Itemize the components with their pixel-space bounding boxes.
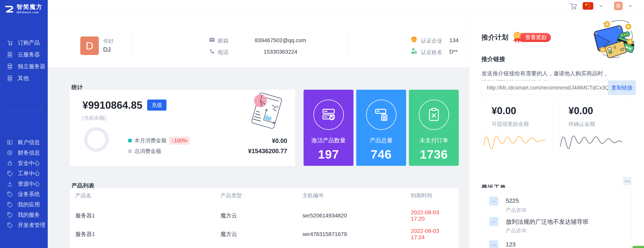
sidebar-item-cloud-servers[interactable]: 云服务器 — [7, 50, 40, 59]
sidebar-item-resource-center[interactable]: 资源中心 — [7, 180, 40, 188]
cart-icon — [7, 40, 13, 46]
delta-badge: ↓100% — [169, 137, 190, 145]
yen-circle-icon — [7, 150, 13, 156]
ticket-category: 产品咨询 — [506, 207, 526, 214]
wallet-illustration — [584, 19, 634, 58]
recent-tickets-card: -- 5225 产品咨询 -- 放到法规的广泛地不发达辅导班 产品咨询 -- 1… — [482, 188, 632, 248]
email-value: 839467502@qq.com — [235, 37, 326, 43]
legend-row-total: 总消费金额 — [128, 147, 161, 156]
view-rewards-badge[interactable]: 查看奖励 — [520, 33, 551, 42]
ticket-id: 放到法规的广泛地不发达辅导班 — [506, 218, 588, 226]
legend-swatch — [128, 139, 132, 142]
month-consumption-value: ¥0.00 — [272, 137, 287, 145]
table-row[interactable]: 服务器1 魔方云 ser476315871679 2022-08-03 17:2… — [75, 228, 450, 241]
clipboard-x-icon — [426, 107, 442, 123]
reward-label: 待确认金额 — [568, 120, 595, 128]
table-row[interactable]: 服务器1 魔方云 ser520614934820 2022-08-03 17:2… — [75, 209, 450, 222]
metric-card-unpaid-orders: 未支付订单 1736 — [409, 90, 459, 166]
ticket-badge: -- — [489, 217, 498, 226]
ticket-category: 产品咨询 — [506, 227, 526, 234]
pending-reward-card: ¥0.00 待确认金额 — [558, 99, 630, 154]
ticket-id: 123 — [506, 241, 516, 248]
col-product-type: 产品类型 — [220, 192, 302, 199]
col-product-name: 产品名 — [75, 192, 220, 199]
legend-label: 本月消费金额 — [134, 137, 166, 144]
referral-link-title: 推介链接 — [482, 55, 505, 63]
metric-card-total-products: 产品总量 746 — [356, 90, 406, 166]
tag-icon — [7, 212, 13, 218]
language-flag-cn[interactable]: ★ ★ ★ ★ ★ — [583, 2, 593, 10]
tag-icon — [7, 170, 13, 177]
col-host-id: 主机编号 — [302, 192, 411, 199]
table-header-row: 产品名 产品类型 主机编号 到期时间 — [75, 192, 450, 199]
sidebar-divider — [6, 111, 42, 111]
recharge-button[interactable]: 充值 — [147, 100, 166, 111]
sidebar-item-my-apps[interactable]: 我的应用 — [7, 200, 40, 209]
ticket-badge: -- — [489, 240, 498, 248]
sidebar-item-developer-admin[interactable]: 开发者管理 — [7, 221, 45, 230]
legend-row-month: 本月消费金额 ↓100% — [128, 136, 190, 145]
referral-link-input[interactable] — [482, 80, 608, 95]
sidebar-item-dedicated-servers[interactable]: 独立服务器 — [7, 62, 45, 71]
chat-widget-button[interactable] — [632, 246, 644, 248]
metric-label: 产品总量 — [356, 137, 406, 145]
sidebar-item-security-center[interactable]: 安全中心 — [7, 159, 40, 168]
topbar: ★ ★ ★ ★ ★ D — [48, 0, 644, 12]
email-label: 邮箱 — [218, 37, 228, 44]
metric-card-active-products: 激活产品数量 197 — [304, 90, 354, 166]
user-avatar-button[interactable]: D — [614, 1, 623, 10]
shopping-cart-button[interactable] — [569, 1, 578, 10]
lock-icon — [7, 160, 13, 166]
cert-company-label: 认证企业 — [421, 37, 442, 44]
withdrawable-reward-card: ¥0.00 可提现奖励金额 — [482, 99, 553, 154]
shield-enterprise-icon — [410, 36, 418, 43]
main-content: D 你好 DJ 邮箱 839467502@qq.com 电话 153303632… — [48, 12, 469, 248]
sidebar: 智简魔方 IDCSmart.com 订购产品 云服务器 独立服务器 其他 账户信… — [0, 0, 48, 248]
statistics-card: ¥9910864.85 充值 (当前余额) 本月消费金额 ↓100% 总消费金额… — [70, 90, 295, 166]
cert-name-value: D** — [449, 49, 458, 55]
expiry-date: 2022-08-03 17:24 — [411, 228, 450, 241]
balance-note: (当前余额) — [82, 115, 106, 121]
referral-title: 推介计划 — [482, 33, 508, 42]
sidebar-item-account-info[interactable]: 账户信息 — [7, 138, 40, 147]
medal-icon — [512, 31, 523, 44]
phone-label: 电话 — [218, 49, 228, 56]
cart-icon — [569, 1, 578, 10]
total-consumption-value: ¥15436200.77 — [248, 148, 287, 155]
avatar: D — [80, 36, 99, 55]
person-check-icon — [410, 47, 418, 55]
metric-icon-ring — [314, 100, 344, 130]
ticket-badge: -- — [489, 197, 498, 206]
report-paper-illustration — [245, 90, 288, 132]
sidebar-item-my-services[interactable]: 我的服务 — [7, 211, 40, 219]
metric-label: 激活产品数量 — [304, 137, 354, 145]
flag-star-icon: ★ — [584, 2, 588, 6]
database-icon — [7, 51, 13, 58]
id-card-icon — [7, 139, 13, 146]
brand-name: 智简魔方 — [16, 4, 42, 10]
brand-logo[interactable]: 智简魔方 IDCSmart.com — [4, 3, 42, 14]
metric-icon-ring — [366, 100, 396, 130]
sidebar-item-order-products[interactable]: 订购产品 — [7, 38, 40, 47]
database-icon — [7, 75, 13, 81]
chevron-down-icon[interactable] — [598, 3, 604, 8]
sidebar-item-other[interactable]: 其他 — [7, 74, 29, 83]
metric-icon-ring — [419, 100, 449, 130]
tickets-more-button[interactable] — [623, 177, 632, 185]
legend-label: 总消费金额 — [134, 148, 161, 155]
legend-swatch — [128, 149, 132, 153]
chevron-down-icon[interactable] — [628, 3, 633, 8]
sidebar-item-business-system[interactable]: 业务系统 — [7, 190, 40, 199]
col-expiry: 到期时间 — [411, 192, 450, 199]
phone-icon — [209, 48, 215, 54]
copy-link-button[interactable]: 复制链接 — [608, 80, 636, 95]
mail-icon — [209, 37, 215, 43]
reward-label: 可提现奖励金额 — [492, 120, 529, 128]
sidebar-item-ticket-center[interactable]: 工单中心 — [7, 169, 40, 178]
user-info-card: D 你好 DJ 邮箱 839467502@qq.com 电话 153303632… — [48, 12, 469, 67]
tag-icon — [7, 191, 13, 197]
metric-value: 197 — [304, 147, 354, 161]
sidebar-item-finance-info[interactable]: 财务信息 — [7, 148, 40, 157]
reward-amount: ¥0.00 — [492, 105, 516, 117]
consumption-donut-chart — [84, 127, 109, 152]
